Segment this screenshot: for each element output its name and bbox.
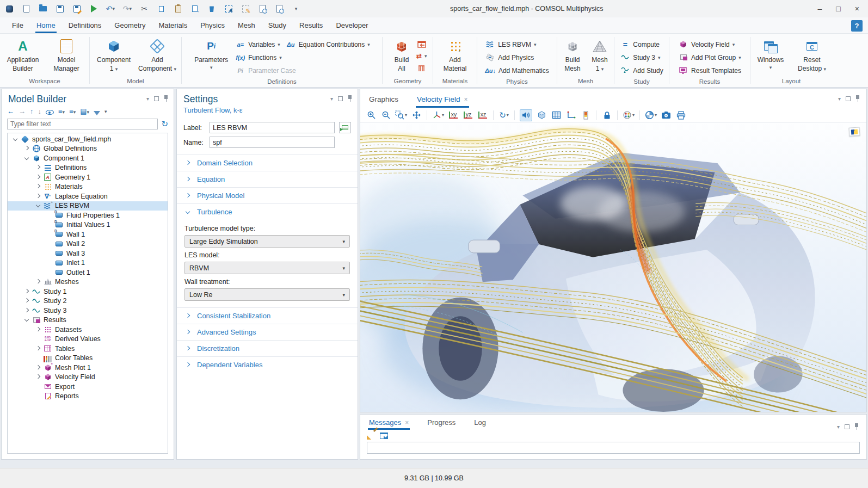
tab-results[interactable]: Results bbox=[293, 18, 329, 33]
maximize-button[interactable]: □ bbox=[836, 4, 840, 13]
show-equation-button[interactable] bbox=[339, 122, 351, 133]
tree-item-export[interactable]: Export bbox=[8, 382, 168, 392]
open-file-button[interactable] bbox=[38, 4, 48, 14]
back-icon[interactable]: ← bbox=[7, 107, 14, 115]
grid-icon[interactable] bbox=[551, 109, 562, 121]
view-xz-icon[interactable]: xz bbox=[477, 109, 488, 121]
les-model-select[interactable]: RBVM▾ bbox=[184, 262, 350, 274]
physics-interface-button[interactable]: LES RBVM ▾ bbox=[482, 38, 551, 51]
tree-item-reports[interactable]: Reports bbox=[8, 392, 168, 401]
lock-icon[interactable] bbox=[601, 109, 612, 121]
tab-study[interactable]: Study bbox=[262, 18, 293, 33]
messages-output[interactable] bbox=[367, 442, 860, 454]
copy-button[interactable] bbox=[156, 4, 166, 14]
velocity-field-button[interactable]: Velocity Field ▾ bbox=[675, 38, 744, 51]
study-3-button[interactable]: Study 3 ▾ bbox=[617, 51, 666, 64]
tree-item-study-2[interactable]: Study 2 bbox=[8, 296, 168, 306]
tree-item-study-1[interactable]: Study 1 bbox=[8, 287, 168, 296]
forward-icon[interactable]: → bbox=[19, 107, 26, 115]
equation-contributions-button[interactable]: Δu Equation Contributions ▾ bbox=[283, 38, 373, 51]
save-as-button[interactable] bbox=[72, 4, 82, 14]
select-box-button[interactable] bbox=[224, 4, 233, 14]
section-turbulence[interactable]: Turbulence bbox=[177, 203, 358, 220]
tab-physics[interactable]: Physics bbox=[194, 18, 231, 33]
tree-item-study-3[interactable]: Study 3 bbox=[8, 306, 168, 316]
graphics-viewport[interactable] bbox=[360, 123, 866, 412]
save-button[interactable] bbox=[55, 4, 65, 14]
model-manager-button[interactable]: Model Manager bbox=[45, 35, 88, 77]
tree-item-materials[interactable]: Materials bbox=[8, 182, 168, 192]
float-panel-icon[interactable] bbox=[846, 96, 851, 101]
tree-item-geometry-1[interactable]: AGeometry 1 bbox=[8, 172, 168, 182]
clear-messages-icon[interactable] bbox=[367, 432, 374, 440]
section-dependent-variables[interactable]: Dependent Variables bbox=[177, 356, 358, 373]
tree-item-inlet-1[interactable]: Inlet 1 bbox=[8, 258, 168, 268]
tree-item-velocity-field[interactable]: Velocity Field bbox=[8, 373, 168, 382]
panel-menu-icon[interactable]: ▾ bbox=[837, 424, 840, 430]
view-yz-icon[interactable]: yz bbox=[463, 109, 473, 121]
tree-item-laplace-equation[interactable]: ∇*Laplace Equation bbox=[8, 192, 168, 201]
float-panel-icon[interactable] bbox=[845, 424, 849, 429]
add-physics-button[interactable]: Add Physics bbox=[482, 51, 551, 64]
tab-definitions[interactable]: Definitions bbox=[62, 18, 108, 33]
build-all-button[interactable]: Build All bbox=[388, 35, 415, 77]
tree-item-wall-3[interactable]: Wall 3 bbox=[8, 249, 168, 258]
tree-item-outlet-1[interactable]: Outlet 1 bbox=[8, 268, 168, 277]
panel-menu-icon[interactable]: ▾ bbox=[838, 96, 841, 102]
pin-panel-icon[interactable] bbox=[855, 95, 860, 102]
section-consistent-stabilization[interactable]: Consistent Stabilization bbox=[177, 307, 358, 324]
windows-button[interactable]: Windows ▾ bbox=[750, 35, 791, 77]
tab-mesh[interactable]: Mesh bbox=[231, 18, 262, 33]
add-material-button[interactable]: ↓ Add Material bbox=[436, 35, 474, 77]
run-button[interactable] bbox=[89, 4, 99, 14]
variables-button[interactable]: a= Variables ▾ bbox=[232, 38, 283, 51]
label-selection-button[interactable]: ✎ bbox=[241, 4, 250, 14]
tree-item-global-definitions[interactable]: Global Definitions bbox=[8, 144, 168, 154]
reset-desktop-button[interactable]: C Reset Desktop ▾ bbox=[792, 35, 832, 77]
zoom-out-icon[interactable] bbox=[380, 109, 391, 121]
tree-item-component-1[interactable]: Component 1 bbox=[8, 153, 168, 163]
tree-item-mesh-plot-1[interactable]: *Mesh Plot 1 bbox=[8, 363, 168, 373]
tree-item-wall-1[interactable]: DWall 1 bbox=[8, 230, 168, 239]
tab-file[interactable]: File bbox=[5, 18, 30, 33]
expand-all-icon[interactable]: ≡▾ bbox=[58, 107, 65, 115]
section-physical-model[interactable]: Physical Model bbox=[177, 187, 358, 203]
filter-icon[interactable] bbox=[94, 111, 100, 115]
rotate-icon[interactable]: ↻▾ bbox=[498, 109, 509, 121]
undo-button[interactable]: ↶▾ bbox=[106, 4, 115, 14]
color-legend-icon[interactable] bbox=[580, 109, 591, 121]
image-snapshot-icon[interactable] bbox=[661, 109, 672, 121]
tab-materials[interactable]: Materials bbox=[152, 18, 194, 33]
redo-button[interactable]: ↷▾ bbox=[122, 4, 132, 14]
turbulence-model-type-select[interactable]: Large Eddy Simulation▾ bbox=[184, 235, 350, 248]
tree-item-results[interactable]: Results bbox=[8, 316, 168, 325]
cut-button[interactable]: ✂ bbox=[139, 4, 149, 14]
plot-thumbnail-icon[interactable] bbox=[848, 127, 860, 136]
tree-item-fluid-properties-1[interactable]: DFluid Properties 1 bbox=[8, 211, 168, 220]
tree-filter-input[interactable] bbox=[7, 119, 158, 129]
progress-tab[interactable]: Progress bbox=[426, 416, 457, 430]
tree-item-initial-values-1[interactable]: DInitial Values 1 bbox=[8, 220, 168, 230]
graphics-tab[interactable]: Graphics bbox=[368, 92, 399, 108]
pin-panel-icon[interactable] bbox=[348, 95, 352, 102]
result-templates-button[interactable]: Result Templates bbox=[675, 64, 744, 77]
mesh-1-button[interactable]: Mesh 1 ▾ bbox=[587, 35, 612, 77]
new-file-button[interactable] bbox=[21, 4, 31, 14]
tree-item-derived-values[interactable]: 8.85e-12Derived Values bbox=[8, 335, 168, 344]
tab-home[interactable]: Home bbox=[30, 18, 62, 33]
axes-orientation-icon[interactable] bbox=[565, 109, 576, 121]
zoom-in-icon[interactable] bbox=[366, 109, 377, 121]
move-up-icon[interactable]: ↑ bbox=[30, 107, 34, 115]
add-mathematics-button[interactable]: Δu↓ Add Mathematics bbox=[482, 64, 551, 77]
help-button[interactable]: ? bbox=[851, 20, 863, 32]
compute-button[interactable]: = Compute bbox=[617, 38, 666, 51]
tree-item-les-rbvm[interactable]: *LES RBVM bbox=[8, 201, 168, 211]
close-button[interactable]: × bbox=[855, 4, 859, 13]
tree-item-wall-2[interactable]: Wall 2 bbox=[8, 239, 168, 249]
collapse-all-icon[interactable]: ≡▾ bbox=[69, 107, 76, 115]
tree-item-tables[interactable]: Tables bbox=[8, 344, 168, 354]
pin-panel-icon[interactable] bbox=[164, 95, 168, 102]
label-field-input[interactable] bbox=[210, 122, 335, 133]
pin-panel-icon[interactable] bbox=[854, 423, 859, 430]
sound-icon[interactable] bbox=[520, 109, 532, 121]
